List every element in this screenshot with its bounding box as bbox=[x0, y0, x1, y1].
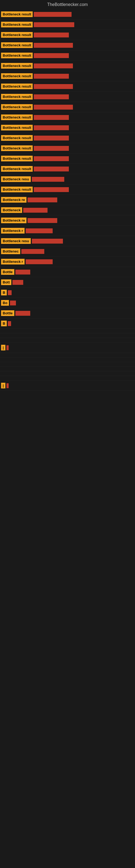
chart-bar bbox=[34, 156, 69, 161]
chart-bar bbox=[34, 146, 69, 151]
table-row: Bottleneck result bbox=[0, 123, 135, 133]
table-row: Bottleneck re bbox=[0, 195, 135, 205]
bottleneck-badge: Bottleneck result bbox=[1, 63, 33, 69]
table-row: Bottleneck result bbox=[0, 9, 135, 20]
site-title: TheBottlenecker.com bbox=[0, 0, 135, 9]
chart-bar bbox=[15, 311, 30, 316]
table-row: Bottleneck result bbox=[0, 61, 135, 71]
bottleneck-badge: Bott bbox=[1, 279, 11, 285]
bottleneck-badge: B bbox=[1, 321, 7, 326]
table-row: Bottleneck result bbox=[0, 30, 135, 40]
bottleneck-badge: Bottleneck result bbox=[1, 156, 33, 161]
chart-bar bbox=[34, 135, 69, 141]
table-row: Bottleneck result bbox=[0, 154, 135, 164]
chart-bar bbox=[34, 115, 69, 120]
bottleneck-badge: Bottleneck result bbox=[1, 32, 33, 38]
table-row bbox=[0, 329, 135, 333]
bottleneck-badge: Bottle bbox=[1, 269, 14, 275]
chart-bar bbox=[34, 33, 69, 37]
chart-bar bbox=[28, 218, 57, 223]
chart-bar bbox=[34, 12, 72, 17]
bottleneck-badge: Bottleneck result bbox=[1, 42, 33, 48]
table-row: Bottleneck result bbox=[0, 133, 135, 143]
table-row bbox=[0, 362, 135, 367]
table-row: Bottleneck resu bbox=[0, 174, 135, 184]
chart-bar bbox=[34, 166, 69, 172]
table-row bbox=[0, 367, 135, 371]
chart-bar bbox=[12, 280, 23, 285]
bottleneck-badge: Bottleneck result bbox=[1, 166, 33, 172]
chart-bar bbox=[15, 270, 30, 275]
bottleneck-badge: Bottleneck result bbox=[1, 104, 33, 110]
bottleneck-badge: Bottleneck result bbox=[1, 22, 33, 27]
chart-bar bbox=[34, 125, 69, 130]
table-row bbox=[0, 358, 135, 362]
bottleneck-badge: Bottleneck result bbox=[1, 115, 33, 120]
chart-bar bbox=[26, 228, 53, 233]
chart-bar bbox=[26, 259, 53, 264]
bottleneck-badge: Bottleneck r bbox=[1, 259, 25, 265]
bottleneck-badge: Bottleneck bbox=[1, 207, 22, 213]
bottleneck-badge: Bottleneck result bbox=[1, 145, 33, 151]
chart-bar bbox=[6, 383, 9, 388]
bottleneck-badge: Bottleneck re bbox=[1, 218, 27, 223]
table-row: Bottleneck result bbox=[0, 143, 135, 154]
table-row: Bo bbox=[0, 298, 135, 308]
bottleneck-badge: Bottleneck re bbox=[1, 197, 27, 203]
chart-bar bbox=[6, 345, 9, 350]
table-row: Bottleneck result bbox=[0, 40, 135, 51]
bottleneck-badge: Bottlenec bbox=[1, 248, 20, 254]
bottleneck-badge: Bottleneck result bbox=[1, 73, 33, 79]
chart-bar bbox=[34, 63, 73, 68]
table-row: Bottleneck result bbox=[0, 51, 135, 61]
bottleneck-badge: Bottleneck r bbox=[1, 228, 25, 234]
table-row: Bottleneck result bbox=[0, 164, 135, 174]
table-row: Bottleneck result bbox=[0, 112, 135, 123]
chart-bar bbox=[8, 321, 11, 326]
chart-bar bbox=[34, 74, 69, 79]
chart-bar bbox=[32, 239, 63, 244]
table-row bbox=[0, 371, 135, 376]
table-row: Bott bbox=[0, 277, 135, 287]
table-row: | bbox=[0, 343, 135, 353]
table-row: B bbox=[0, 318, 135, 329]
chart-bar bbox=[8, 290, 12, 295]
bottleneck-badge: | bbox=[1, 345, 5, 350]
chart-bar bbox=[23, 208, 48, 213]
table-row: Bottlenec bbox=[0, 246, 135, 257]
table-row: Bottleneck result bbox=[0, 82, 135, 92]
bottleneck-badge: Bottle bbox=[1, 310, 14, 316]
bottleneck-badge: Bottleneck resu bbox=[1, 238, 31, 244]
bottleneck-badge: Bottleneck result bbox=[1, 94, 33, 99]
table-row bbox=[0, 376, 135, 380]
chart-bar bbox=[34, 94, 69, 99]
table-row: Bottle bbox=[0, 308, 135, 318]
rows-container: Bottleneck resultBottleneck resultBottle… bbox=[0, 9, 135, 391]
bottleneck-badge: Bottleneck result bbox=[1, 187, 33, 192]
bottleneck-badge: B bbox=[1, 290, 7, 296]
bottleneck-badge: | bbox=[1, 383, 5, 389]
table-row: Bottleneck r bbox=[0, 257, 135, 267]
bottleneck-badge: Bottleneck result bbox=[1, 84, 33, 89]
table-row: Bottleneck result bbox=[0, 102, 135, 112]
table-row bbox=[0, 353, 135, 358]
chart-bar bbox=[28, 197, 57, 203]
bottleneck-badge: Bo bbox=[1, 300, 9, 306]
chart-bar bbox=[32, 177, 64, 182]
table-row: Bottleneck r bbox=[0, 226, 135, 236]
table-row bbox=[0, 338, 135, 343]
table-row: Bottleneck result bbox=[0, 92, 135, 102]
bottleneck-badge: Bottleneck resu bbox=[1, 176, 31, 182]
bottleneck-badge: Bottleneck result bbox=[1, 125, 33, 130]
chart-bar bbox=[34, 187, 69, 192]
table-row: Bottleneck re bbox=[0, 215, 135, 226]
bottleneck-badge: Bottleneck result bbox=[1, 135, 33, 141]
chart-bar bbox=[10, 301, 16, 305]
chart-bar bbox=[34, 84, 73, 89]
chart-bar bbox=[34, 43, 73, 48]
table-row: Bottleneck result bbox=[0, 184, 135, 195]
table-row: Bottle bbox=[0, 267, 135, 277]
table-row: Bottleneck result bbox=[0, 20, 135, 30]
table-row bbox=[0, 333, 135, 338]
table-row: B bbox=[0, 287, 135, 298]
